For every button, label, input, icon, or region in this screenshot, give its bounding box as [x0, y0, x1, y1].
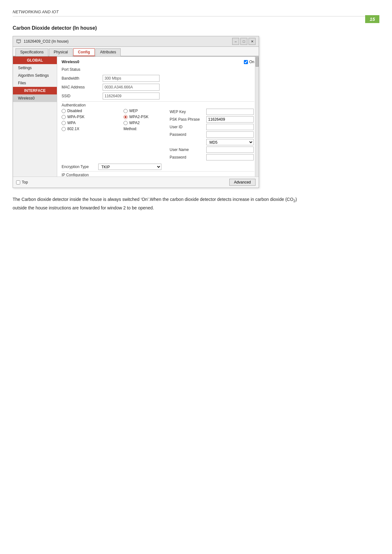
radio-wpa-label: WPA [67, 121, 75, 125]
tab-physical[interactable]: Physical [49, 48, 73, 56]
tabs-row: Specifications Physical Config Attribute… [13, 47, 259, 57]
md5-row: MD5 [170, 139, 254, 145]
tab-attributes[interactable]: Attributes [95, 48, 121, 56]
password-input[interactable] [206, 131, 254, 138]
user-id-label: User ID [170, 125, 204, 129]
radio-wpa2[interactable]: WPA2 [124, 121, 165, 125]
wireless-header: Wireless0 [62, 60, 79, 64]
ssid-input[interactable] [103, 93, 160, 99]
wep-key-label: WEP Key [170, 110, 204, 114]
password-label: Password [170, 132, 204, 137]
page-number: 15 [365, 15, 379, 23]
sidebar-item-algorithm-settings[interactable]: Algorithm Settings [13, 72, 57, 79]
encryption-type-label: Encryption Type [62, 165, 96, 169]
radio-wpa2-psk-label: WPA2-PSK [129, 115, 148, 119]
md5-select[interactable]: MD5 [206, 139, 254, 145]
page-header: NETWORKING AND IOT 15 [13, 9, 379, 16]
radio-wep-label: WEP [129, 109, 138, 113]
auth-options-left: Disabled WPA-PSK WPA 802.1 [62, 109, 118, 162]
radio-wep[interactable]: WEP [124, 109, 165, 113]
radio-wpa2-label: WPA2 [129, 121, 140, 125]
user-id-row: User ID [170, 124, 254, 130]
password2-label: Password [170, 155, 204, 160]
user-id-input[interactable] [206, 124, 254, 130]
ssid-row: SSID [62, 93, 254, 99]
auth-options-right: WEP WPA2-PSK WPA2 Method: [124, 109, 165, 162]
bandwidth-label: Bandwidth [62, 76, 103, 81]
radio-wpa[interactable]: WPA [62, 121, 118, 125]
ip-config-section: IP Configuration DHCP Static [62, 173, 254, 177]
bandwidth-input[interactable] [103, 75, 160, 82]
method-row: Method: [124, 127, 165, 131]
psk-pass-phrase-row: PSK Pass Phrase [170, 116, 254, 123]
password2-row: Password [170, 154, 254, 160]
radio-wpa-psk-circle [62, 115, 66, 119]
mac-address-label: MAC Address [62, 85, 103, 89]
minimize-button[interactable]: – [232, 38, 239, 45]
encryption-type-row: Encryption Type TKIP [62, 164, 254, 170]
config-panel: Wireless0 On Port Status Bandwidth MAC A… [57, 57, 259, 177]
top-checkbox-container: Top [16, 180, 28, 184]
radio-disabled[interactable]: Disabled [62, 109, 118, 113]
psk-pass-phrase-input[interactable] [206, 116, 254, 123]
tab-specifications[interactable]: Specifications [15, 48, 48, 56]
port-status-text: Port Status [62, 67, 103, 72]
user-name-input[interactable] [206, 147, 254, 153]
radio-disabled-circle [62, 109, 66, 113]
wep-key-input[interactable] [206, 109, 254, 115]
window-icon [16, 39, 21, 44]
wep-key-row: WEP Key [170, 109, 254, 115]
advanced-button[interactable]: Advanced [229, 179, 256, 186]
svg-rect-0 [17, 39, 21, 43]
password2-input[interactable] [206, 154, 254, 160]
mac-address-input[interactable] [103, 84, 160, 91]
method-label: Method: [124, 127, 137, 131]
port-status-checkbox[interactable] [244, 60, 248, 64]
radio-wpa-circle [62, 121, 66, 125]
radio-wpa2-circle [124, 121, 128, 125]
encryption-type-select[interactable]: TKIP [98, 164, 161, 170]
body-paragraph-1: The Carbon dioxide detector inside the h… [13, 196, 297, 212]
sidebar-item-files[interactable]: Files [13, 79, 57, 87]
ssid-label: SSID [62, 94, 103, 98]
window-title: 11626409_CO2 (In house) [24, 39, 230, 44]
svg-rect-3 [18, 43, 19, 44]
window-body: GLOBAL Settings Algorithm Settings Files… [13, 57, 259, 177]
user-name-label: User Name [170, 148, 204, 152]
section-title: Carbon Dioxide detector (In house) [13, 25, 379, 31]
sidebar-item-wireless0[interactable]: Wireless0 [13, 94, 57, 102]
radio-8021x-label: 802.1X [67, 127, 79, 131]
ip-config-label: IP Configuration [62, 173, 254, 177]
body-text: The Carbon dioxide detector inside the h… [13, 196, 297, 212]
close-button[interactable]: ✕ [249, 38, 256, 45]
auth-fields-right: WEP Key PSK Pass Phrase User ID [170, 109, 254, 162]
radio-wpa2-psk[interactable]: WPA2-PSK [124, 115, 165, 119]
user-name-row: User Name [170, 147, 254, 153]
port-status-label: On [249, 60, 254, 64]
divider2 [62, 171, 254, 172]
top-checkbox[interactable] [16, 180, 20, 184]
svg-rect-2 [17, 42, 20, 43]
sidebar-item-settings[interactable]: Settings [13, 64, 57, 72]
radio-wep-circle [124, 109, 128, 113]
radio-wpa-psk[interactable]: WPA-PSK [62, 115, 118, 119]
config-window: 11626409_CO2 (In house) – □ ✕ Specificat… [13, 36, 259, 188]
bandwidth-row: Bandwidth [62, 75, 254, 82]
sidebar-item-interface[interactable]: INTERFACE [13, 87, 57, 94]
maximize-button[interactable]: □ [240, 38, 247, 45]
radio-disabled-label: Disabled [67, 109, 82, 113]
port-status-row: On [244, 60, 254, 64]
radio-8021x-circle [62, 127, 66, 131]
sidebar-item-global[interactable]: GLOBAL [13, 57, 57, 64]
psk-pass-phrase-label: PSK Pass Phrase [170, 117, 204, 122]
radio-wpa-psk-label: WPA-PSK [67, 115, 84, 119]
mac-address-row: MAC Address [62, 84, 254, 91]
auth-label: Authentication [62, 103, 254, 107]
password-row: Password [170, 131, 254, 138]
port-status-field: Port Status [62, 66, 254, 73]
tab-config[interactable]: Config [73, 48, 95, 56]
divider [62, 101, 254, 102]
scrollbar[interactable] [255, 57, 259, 177]
top-label: Top [22, 180, 28, 184]
radio-8021x[interactable]: 802.1X [62, 127, 118, 131]
